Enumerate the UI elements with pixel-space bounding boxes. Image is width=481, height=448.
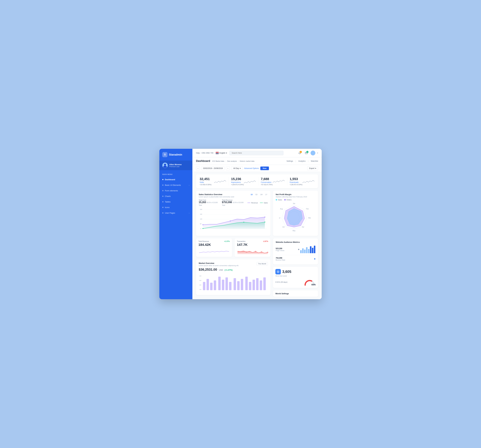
sidebar-item-label: Dashboard [165, 178, 175, 181]
svg-point-36 [246, 252, 247, 252]
analytics-link[interactable]: Analytics [298, 160, 306, 162]
sidebar-logo[interactable]: S Staradmin [159, 149, 192, 161]
all-day-selector[interactable]: All Day ▾ [231, 166, 243, 170]
sidebar-item-dashboard[interactable]: Dashboard [159, 177, 192, 182]
website-audience-card: Website Audience Metrics 523,200 Page Vi… [273, 238, 318, 264]
since-week-bottom: 0.51% (30 days) 65% [275, 278, 316, 286]
svg-rect-49 [222, 280, 224, 290]
logo-icon: S [162, 152, 167, 157]
stat-value: 15,236 [231, 177, 244, 181]
main-content: Help : +050 2992 709 English ▾ 7 3 [192, 149, 322, 299]
card-title: Sales Statistics Overview [199, 193, 234, 196]
chevron-down-icon: ▾ [226, 152, 227, 154]
settings-link[interactable]: Settings [286, 160, 293, 162]
chevron-right-icon: › [189, 184, 189, 186]
watchlist-link[interactable]: Watchlist [311, 160, 318, 162]
tab-1d[interactable]: 1D [250, 193, 253, 196]
sidebar-item-form-elements[interactable]: Form elements [159, 188, 192, 193]
stat-visits: 32,451 Visits +14.00(+0.50%) [200, 177, 226, 185]
export-button[interactable]: Export ▾ [307, 166, 318, 170]
bar [302, 248, 304, 253]
svg-text:Jun: Jun [282, 226, 285, 228]
card-subtitle: Lorem ipsum dolor sit amet consectetur a… [199, 265, 239, 266]
card-title: World Sellings [275, 293, 316, 295]
breadcrumb-item: ICE Market data [212, 160, 224, 162]
app-window: S Staradmin Allen Moreno Premium user Ma… [159, 149, 322, 299]
sidebar: S Staradmin Allen Moreno Premium user Ma… [159, 149, 192, 299]
language-selector[interactable]: English ▾ [216, 152, 227, 154]
svg-text:0: 0 [201, 228, 201, 229]
flag-icon [216, 152, 219, 154]
svg-text:Mar: Mar [308, 217, 311, 219]
svg-rect-48 [218, 277, 221, 290]
prev-date-button[interactable]: ‹ [196, 166, 200, 170]
bar [300, 250, 302, 253]
bar [306, 247, 308, 253]
content-grid: Sales Statistics Overview Lorem ipsum is… [196, 191, 318, 236]
nav-dot [162, 185, 163, 186]
svg-point-19 [203, 228, 203, 229]
total-cost-value: 15,263 [199, 201, 206, 204]
sales-header: Sales Statistics Overview Lorem ipsum is… [199, 193, 268, 198]
legend-color [276, 199, 277, 201]
notification-badge: 7 [300, 151, 302, 153]
help-text: Help : +050 2992 709 [196, 152, 213, 154]
bottom-row: Total Revenue +1.37% 184.42K Transacti [196, 238, 318, 297]
search-input[interactable] [229, 151, 284, 155]
legend-sales: Sales [276, 199, 282, 201]
sidebar-item-user-pages[interactable]: User Pages › [159, 210, 192, 216]
svg-point-0 [164, 164, 166, 166]
svg-text:Jan: Jan [293, 203, 295, 204]
advanced-options-button[interactable]: Advanced Options [244, 167, 259, 169]
sidebar-item-basic-ui[interactable]: Basic UI Elements › [159, 182, 192, 188]
svg-text:400: 400 [199, 275, 201, 277]
chart-legend: Sales Orders [276, 199, 315, 201]
sparkline-transaction [237, 248, 268, 254]
sidebar-item-tables[interactable]: Tables [159, 199, 192, 205]
sidebar-item-label: Charts [165, 195, 171, 197]
svg-rect-53 [237, 281, 240, 290]
radar-chart: Jan Feb Mar Apr May Jun Jul Aug [276, 202, 315, 232]
market-change: (+1.37%) [225, 269, 233, 271]
next-date-button[interactable]: › [226, 166, 230, 170]
svg-point-37 [255, 251, 256, 252]
nav-dot [162, 201, 163, 202]
legend-revenue: Revenue [248, 202, 258, 204]
stat-label: Impressions [231, 181, 244, 183]
bar [308, 249, 309, 253]
svg-rect-55 [245, 277, 248, 290]
market-value: $36,2531.00 USD (+1.37%) [199, 268, 268, 271]
market-price: $36,2531.00 [199, 268, 217, 271]
topbar-icons: 7 3 ▾ [297, 151, 318, 155]
stat-conversation: 7,688 Conversation +57.62(+0.76%) [258, 177, 285, 185]
stat-value: 7,688 [261, 177, 273, 181]
gauge-chart: 65% [304, 278, 316, 286]
tab-5d[interactable]: 5D [255, 193, 258, 196]
sidebar-item-charts[interactable]: Charts [159, 193, 192, 199]
user-avatar-top[interactable] [311, 151, 315, 155]
total-revenue-label: Total Revenue [222, 199, 244, 201]
sidebar-item-icons[interactable]: Icons [159, 205, 192, 210]
tab-1m[interactable]: 1M [260, 193, 263, 196]
card-subtitle: Lorem ipsum is placeholder text commonly… [199, 196, 234, 198]
messages-button[interactable]: 3 [304, 151, 309, 155]
svg-point-16 [203, 224, 203, 225]
mini-card-header: Transaction -2.87% [237, 240, 268, 242]
this-month-button[interactable]: This Month [256, 262, 268, 265]
sparkline-conversation [273, 178, 285, 184]
svg-rect-54 [241, 279, 243, 290]
svg-rect-50 [225, 278, 228, 290]
sidebar-item-label: Form elements [165, 190, 178, 192]
tab-1y[interactable]: 1Y [265, 193, 268, 196]
notifications-button[interactable]: 7 [297, 151, 302, 155]
mini-card-header: Total Revenue +1.37% [198, 240, 230, 242]
breadcrumb-item: Historic market data [240, 160, 255, 162]
new-button[interactable]: New [260, 167, 269, 170]
stat-change: +14.00(+0.50%) [200, 184, 211, 185]
mini-cards-row: Total Revenue +1.37% 184.42K Transacti [196, 238, 271, 257]
mini-card-value: 184.42K [198, 243, 230, 247]
user-profile-section[interactable]: Allen Moreno Premium user [159, 161, 192, 170]
card-title: Net Profit Margin [276, 193, 315, 196]
breadcrumb: ICE Market data | Own analysis | Histori… [212, 160, 254, 162]
svg-rect-45 [207, 279, 209, 290]
